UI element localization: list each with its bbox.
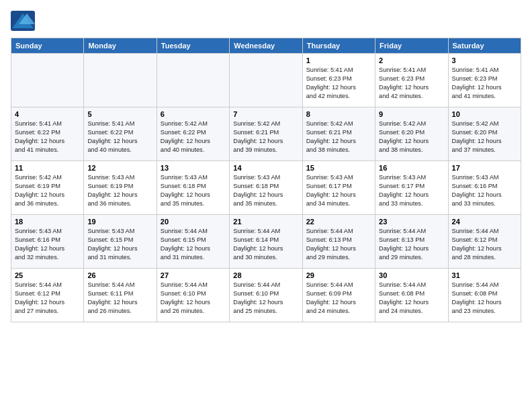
calendar-cell: 9Sunrise: 5:42 AM Sunset: 6:20 PM Daylig… (375, 107, 448, 161)
day-info: Sunrise: 5:42 AM Sunset: 6:20 PM Dayligh… (452, 120, 517, 154)
day-number: 7 (233, 110, 298, 118)
calendar-cell: 29Sunrise: 5:44 AM Sunset: 6:09 PM Dayli… (302, 269, 375, 322)
day-number: 14 (233, 164, 298, 172)
day-number: 17 (452, 164, 517, 172)
calendar-cell: 7Sunrise: 5:42 AM Sunset: 6:21 PM Daylig… (230, 107, 302, 161)
calendar-cell: 25Sunrise: 5:44 AM Sunset: 6:12 PM Dayli… (11, 269, 84, 322)
day-info: Sunrise: 5:42 AM Sunset: 6:21 PM Dayligh… (306, 120, 371, 154)
calendar-cell: 19Sunrise: 5:43 AM Sunset: 6:15 PM Dayli… (84, 215, 157, 269)
day-info: Sunrise: 5:44 AM Sunset: 6:08 PM Dayligh… (452, 281, 517, 316)
day-number: 2 (379, 56, 444, 64)
day-number: 24 (452, 218, 517, 226)
weekday-header-wednesday: Wednesday (230, 38, 302, 54)
weekday-header-friday: Friday (375, 38, 448, 54)
calendar-cell (157, 54, 229, 107)
calendar-cell: 12Sunrise: 5:43 AM Sunset: 6:19 PM Dayli… (84, 161, 157, 215)
calendar-cell: 13Sunrise: 5:43 AM Sunset: 6:18 PM Dayli… (157, 161, 229, 215)
day-number: 22 (306, 218, 371, 226)
day-number: 15 (306, 164, 371, 172)
day-info: Sunrise: 5:42 AM Sunset: 6:19 PM Dayligh… (15, 173, 80, 208)
calendar-table: SundayMondayTuesdayWednesdayThursdayFrid… (11, 38, 521, 322)
day-number: 13 (161, 164, 226, 172)
calendar-cell: 31Sunrise: 5:44 AM Sunset: 6:08 PM Dayli… (448, 269, 521, 322)
day-number: 29 (306, 271, 371, 279)
day-number: 19 (87, 218, 152, 226)
day-number: 9 (379, 110, 444, 118)
day-number: 16 (379, 164, 444, 172)
calendar-cell: 22Sunrise: 5:44 AM Sunset: 6:13 PM Dayli… (302, 215, 375, 269)
day-number: 26 (87, 271, 152, 279)
calendar-cell: 15Sunrise: 5:43 AM Sunset: 6:17 PM Dayli… (302, 161, 375, 215)
day-number: 12 (87, 164, 152, 172)
day-number: 20 (161, 218, 226, 226)
day-number: 25 (15, 271, 80, 279)
calendar-cell: 18Sunrise: 5:43 AM Sunset: 6:16 PM Dayli… (11, 215, 84, 269)
calendar-cell: 4Sunrise: 5:41 AM Sunset: 6:22 PM Daylig… (11, 107, 84, 161)
day-info: Sunrise: 5:43 AM Sunset: 6:18 PM Dayligh… (233, 173, 298, 208)
calendar-cell: 21Sunrise: 5:44 AM Sunset: 6:14 PM Dayli… (230, 215, 302, 269)
day-number: 18 (15, 218, 80, 226)
calendar-cell: 6Sunrise: 5:42 AM Sunset: 6:22 PM Daylig… (157, 107, 229, 161)
calendar-cell: 26Sunrise: 5:44 AM Sunset: 6:11 PM Dayli… (84, 269, 157, 322)
day-info: Sunrise: 5:41 AM Sunset: 6:23 PM Dayligh… (379, 66, 444, 101)
header (11, 11, 521, 31)
day-number: 30 (379, 271, 444, 279)
day-info: Sunrise: 5:44 AM Sunset: 6:13 PM Dayligh… (306, 227, 371, 262)
calendar-cell: 11Sunrise: 5:42 AM Sunset: 6:19 PM Dayli… (11, 161, 84, 215)
day-info: Sunrise: 5:44 AM Sunset: 6:09 PM Dayligh… (306, 281, 371, 316)
day-info: Sunrise: 5:42 AM Sunset: 6:21 PM Dayligh… (233, 120, 298, 154)
calendar-cell: 16Sunrise: 5:43 AM Sunset: 6:17 PM Dayli… (375, 161, 448, 215)
weekday-header-sunday: Sunday (11, 38, 84, 54)
day-info: Sunrise: 5:44 AM Sunset: 6:12 PM Dayligh… (452, 227, 517, 262)
day-number: 6 (161, 110, 226, 118)
calendar-cell (230, 54, 302, 107)
calendar-cell: 1Sunrise: 5:41 AM Sunset: 6:23 PM Daylig… (302, 54, 375, 107)
day-info: Sunrise: 5:44 AM Sunset: 6:15 PM Dayligh… (161, 227, 226, 262)
day-number: 21 (233, 218, 298, 226)
day-info: Sunrise: 5:41 AM Sunset: 6:23 PM Dayligh… (452, 66, 517, 101)
day-number: 5 (87, 110, 152, 118)
calendar-cell (84, 54, 157, 107)
weekday-header-tuesday: Tuesday (157, 38, 229, 54)
day-info: Sunrise: 5:41 AM Sunset: 6:23 PM Dayligh… (306, 66, 371, 101)
day-info: Sunrise: 5:44 AM Sunset: 6:08 PM Dayligh… (379, 281, 444, 316)
calendar-cell: 5Sunrise: 5:41 AM Sunset: 6:22 PM Daylig… (84, 107, 157, 161)
calendar-cell: 10Sunrise: 5:42 AM Sunset: 6:20 PM Dayli… (448, 107, 521, 161)
day-info: Sunrise: 5:44 AM Sunset: 6:10 PM Dayligh… (161, 281, 226, 316)
day-info: Sunrise: 5:43 AM Sunset: 6:15 PM Dayligh… (87, 227, 152, 262)
day-info: Sunrise: 5:42 AM Sunset: 6:20 PM Dayligh… (379, 120, 444, 154)
day-info: Sunrise: 5:44 AM Sunset: 6:13 PM Dayligh… (379, 227, 444, 262)
day-info: Sunrise: 5:44 AM Sunset: 6:10 PM Dayligh… (233, 281, 298, 316)
day-number: 23 (379, 218, 444, 226)
calendar-cell: 24Sunrise: 5:44 AM Sunset: 6:12 PM Dayli… (448, 215, 521, 269)
calendar-cell: 8Sunrise: 5:42 AM Sunset: 6:21 PM Daylig… (302, 107, 375, 161)
day-info: Sunrise: 5:44 AM Sunset: 6:11 PM Dayligh… (87, 281, 152, 316)
calendar-cell: 30Sunrise: 5:44 AM Sunset: 6:08 PM Dayli… (375, 269, 448, 322)
calendar-cell: 3Sunrise: 5:41 AM Sunset: 6:23 PM Daylig… (448, 54, 521, 107)
weekday-header-thursday: Thursday (302, 38, 375, 54)
calendar-cell: 20Sunrise: 5:44 AM Sunset: 6:15 PM Dayli… (157, 215, 229, 269)
day-info: Sunrise: 5:43 AM Sunset: 6:18 PM Dayligh… (161, 173, 226, 208)
day-number: 1 (306, 56, 371, 64)
day-number: 11 (15, 164, 80, 172)
day-number: 28 (233, 271, 298, 279)
day-info: Sunrise: 5:43 AM Sunset: 6:17 PM Dayligh… (306, 173, 371, 208)
day-info: Sunrise: 5:42 AM Sunset: 6:22 PM Dayligh… (161, 120, 226, 154)
day-number: 8 (306, 110, 371, 118)
day-info: Sunrise: 5:43 AM Sunset: 6:17 PM Dayligh… (379, 173, 444, 208)
calendar-cell: 14Sunrise: 5:43 AM Sunset: 6:18 PM Dayli… (230, 161, 302, 215)
day-number: 27 (161, 271, 226, 279)
calendar-cell (11, 54, 84, 107)
day-info: Sunrise: 5:43 AM Sunset: 6:16 PM Dayligh… (452, 173, 517, 208)
day-number: 31 (452, 271, 517, 279)
day-info: Sunrise: 5:41 AM Sunset: 6:22 PM Dayligh… (87, 120, 152, 154)
day-number: 4 (15, 110, 80, 118)
logo (11, 11, 38, 31)
weekday-header-saturday: Saturday (448, 38, 521, 54)
calendar-cell: 23Sunrise: 5:44 AM Sunset: 6:13 PM Dayli… (375, 215, 448, 269)
weekday-header-monday: Monday (84, 38, 157, 54)
day-number: 10 (452, 110, 517, 118)
calendar-cell: 17Sunrise: 5:43 AM Sunset: 6:16 PM Dayli… (448, 161, 521, 215)
calendar-cell: 27Sunrise: 5:44 AM Sunset: 6:10 PM Dayli… (157, 269, 229, 322)
logo-icon (11, 11, 35, 31)
